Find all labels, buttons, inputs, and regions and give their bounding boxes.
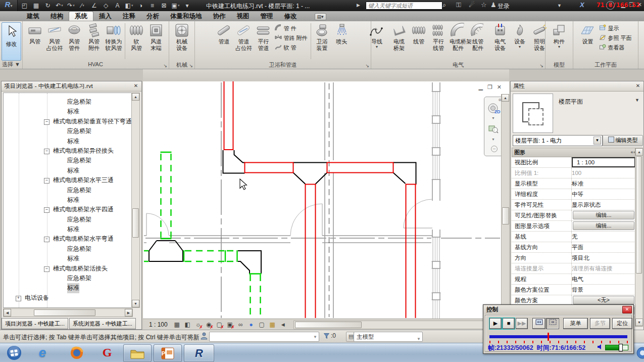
button-风管占位符[interactable]: 风管占位符 xyxy=(45,22,64,61)
taskbar-start[interactable] xyxy=(3,344,25,361)
button-设备[interactable]: 设备▼ xyxy=(510,22,529,61)
tab-结构[interactable]: 结构 xyxy=(45,11,69,21)
reveal-hidden-elements-icon[interactable]: ● xyxy=(247,321,256,329)
taskbar-cad-viewer[interactable]: G xyxy=(96,344,118,361)
volume-handle[interactable] xyxy=(619,344,623,351)
browser-tab-0[interactable]: 项目浏览器 - 中铁建工... xyxy=(2,318,68,329)
type-preview-image[interactable] xyxy=(513,94,553,133)
properties-close-icon[interactable]: ✕ xyxy=(634,82,641,89)
tree-item[interactable]: −槽式电缆桥架水平弯通 xyxy=(4,234,132,244)
panel-label-电气[interactable]: 电气 xyxy=(371,61,545,68)
edit-type-button[interactable]: 编辑类型 xyxy=(603,135,643,146)
sync-with-central-icon[interactable]: ↻ xyxy=(43,2,52,10)
close-hidden-windows-icon[interactable]: ⊠ xyxy=(160,2,168,10)
recorder-control-window[interactable]: 控制 ✕ ▶ ■ ▶▶ 菜单 多节 定位 帧:21332/50062 时间:71… xyxy=(483,304,634,354)
locate-button[interactable]: 定位 xyxy=(612,318,632,329)
tree-item[interactable]: 标准 xyxy=(4,254,132,263)
button-风管[interactable]: 风管 xyxy=(25,22,44,61)
section-icon[interactable]: ◑ xyxy=(136,2,145,10)
tree-item[interactable]: 应急桥架 xyxy=(4,186,132,195)
tree-expander-icon[interactable]: − xyxy=(44,266,49,272)
exchange-apps-icon[interactable]: X xyxy=(580,1,584,9)
play-button[interactable]: ▶ xyxy=(489,318,502,329)
navbar-collapse-icon[interactable]: – xyxy=(491,146,498,152)
progress-marker[interactable] xyxy=(548,333,549,341)
taskbar-internet-explorer[interactable]: e xyxy=(31,344,54,361)
switch-windows-icon[interactable]: ▣▾ xyxy=(171,2,180,10)
view-scale-button[interactable]: 1 : 100 xyxy=(149,321,168,328)
dialog-launcher-icon[interactable]: ↘ xyxy=(163,63,167,68)
sun-path-icon[interactable]: ☼✗ xyxy=(194,321,203,329)
tab-视图[interactable]: 视图 xyxy=(231,11,255,21)
tree-item[interactable]: +电话设备 xyxy=(4,293,132,303)
tree-expander-icon[interactable]: − xyxy=(44,149,49,154)
button-转换为软风管[interactable]: 转换为软风管 xyxy=(104,22,123,61)
button-管道占位符[interactable]: 管道占位符 xyxy=(234,22,253,61)
favorites-star-icon[interactable]: ☆ xyxy=(481,1,487,9)
tab-管理[interactable]: 管理 xyxy=(255,11,279,21)
tab-协作[interactable]: 协作 xyxy=(208,11,231,21)
button-管路附件[interactable]: 管路 附件 xyxy=(273,33,309,42)
next-section-button[interactable]: ▶▶ xyxy=(516,318,528,329)
modify-button[interactable]: 修改 xyxy=(2,22,21,61)
tab-体量和场地[interactable]: 体量和场地 xyxy=(165,11,208,21)
button-卫浴装置[interactable]: 卫浴装置 xyxy=(313,22,332,61)
button-线管配件[interactable]: 线管配件 xyxy=(468,22,487,61)
menu-button[interactable]: 菜单 xyxy=(563,318,588,329)
button-构件[interactable]: 构件▼ xyxy=(550,22,569,61)
button-显示[interactable]: 显示 xyxy=(598,24,633,33)
tree-expander-icon[interactable]: + xyxy=(16,296,21,301)
wheel-dropdown-icon[interactable]: ▼ xyxy=(491,116,495,120)
tree-expander-icon[interactable]: − xyxy=(44,207,49,213)
taskbar-powerpoint[interactable]: P xyxy=(154,344,182,362)
button-电缆桥架配件[interactable]: 电缆桥架配件 xyxy=(449,22,468,61)
panel-label-模型[interactable]: 模型 xyxy=(546,61,573,68)
button-平行管道[interactable]: 平行管道 xyxy=(254,22,273,61)
temporary-hide-isolate-icon[interactable]: ∞ xyxy=(236,321,245,329)
view-minimize-button[interactable]: ▁ xyxy=(478,84,482,90)
design-options-combo[interactable]: ▼ xyxy=(209,332,319,342)
dialog-launcher-icon[interactable]: ↘ xyxy=(539,63,543,68)
tree-item[interactable]: −槽式电缆桥架异径接头 xyxy=(4,146,132,156)
scroll-left-icon[interactable]: ◀ xyxy=(279,321,287,329)
button-风管附件[interactable]: 风管附件 xyxy=(84,22,104,61)
save-icon[interactable]: ▦ xyxy=(32,2,40,10)
tree-item[interactable]: −槽式电缆桥架水平三通 xyxy=(4,175,132,185)
cable-trays-power[interactable] xyxy=(224,81,417,318)
panel-label-卫浴和管道[interactable]: 卫浴和管道 xyxy=(195,61,371,68)
text-icon[interactable]: A xyxy=(113,2,122,10)
view-close-button[interactable]: ✕ xyxy=(497,84,502,90)
aligned-dimension-icon[interactable]: ∠ xyxy=(90,2,98,10)
search-icon[interactable]: ⌕ xyxy=(442,1,446,9)
tree-item[interactable]: 应急桥架 xyxy=(4,156,132,165)
tab-注释[interactable]: 注释 xyxy=(117,11,141,21)
multi-section-button[interactable]: 多节 xyxy=(590,318,610,329)
search-input[interactable] xyxy=(366,2,442,10)
shadows-icon[interactable]: ◉✗ xyxy=(205,321,213,329)
button-管件[interactable]: 管 件 xyxy=(273,24,309,33)
button-设置[interactable]: 设置 xyxy=(578,22,597,61)
tree-expander-icon[interactable]: − xyxy=(44,178,49,184)
crop-view-icon[interactable]: ▢✗ xyxy=(215,321,224,329)
tree-item[interactable]: 应急桥架 xyxy=(4,97,132,107)
tree-item[interactable]: 标准 xyxy=(4,107,132,116)
tree-item[interactable]: −槽式电缆桥架垂直等径下弯通 xyxy=(4,117,132,126)
tree-item[interactable]: 应急桥架 xyxy=(4,244,132,254)
tag-by-category-icon[interactable]: ◇ xyxy=(102,2,110,10)
detail-level-icon[interactable]: ▦ xyxy=(173,321,181,329)
button-电气设备[interactable]: 电气设备 xyxy=(490,22,510,61)
graphics-section-header[interactable]: 图形« « xyxy=(512,148,638,157)
tree-item[interactable]: 标准 xyxy=(4,283,132,293)
customize-qat-icon[interactable]: ▾ xyxy=(183,2,191,10)
fit-screen-button[interactable] xyxy=(546,318,559,329)
temporary-view-properties-icon[interactable]: ▢ xyxy=(258,321,266,329)
control-close-button[interactable]: ✕ xyxy=(622,306,632,313)
property-button-颜色方案[interactable]: <无> xyxy=(573,296,634,304)
tree-item[interactable]: 标准 xyxy=(4,195,132,205)
tab-插入[interactable]: 插入 xyxy=(93,11,117,21)
tab-建筑[interactable]: 建筑 xyxy=(21,11,45,21)
button-软管[interactable]: 软 管 xyxy=(273,43,309,52)
button-导线[interactable]: 导线▼ xyxy=(367,22,386,61)
project-browser-vertical-scrollbar[interactable]: ▲ ▼ xyxy=(131,93,140,308)
project-browser-horizontal-scrollbar[interactable]: ◀ ▶ xyxy=(3,308,133,317)
